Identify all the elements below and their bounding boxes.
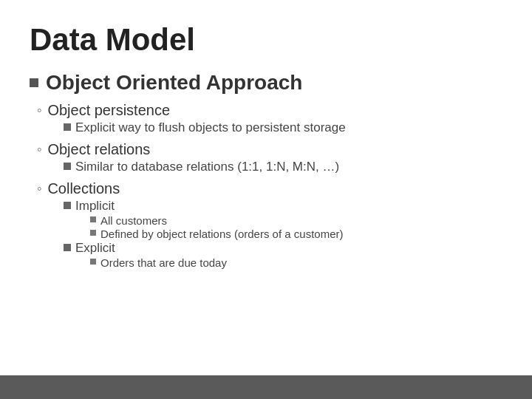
list-item: ◦ Object relations: [37, 141, 502, 158]
square-bullet-icon: [64, 202, 71, 209]
item-label: Object relations: [47, 141, 150, 158]
item-detail: Explicit: [75, 241, 115, 256]
content-area: ◦ Object persistence Explicit way to flu…: [30, 102, 502, 269]
list-item: All customers: [37, 214, 502, 227]
item-detail: Defined by object relations (orders of a…: [100, 228, 343, 240]
list-item: Similar to database relations (1:1, 1:N,…: [37, 160, 502, 174]
slide-title: Data Model: [30, 22, 502, 58]
item-detail: Explicit way to flush objects to persist…: [75, 120, 346, 135]
list-item: Implicit: [37, 199, 502, 214]
item-detail: All customers: [100, 214, 167, 227]
item-detail: Implicit: [75, 199, 115, 214]
level3-bullet-icon: [90, 216, 96, 222]
square-bullet-icon: [64, 244, 71, 251]
list-item: ◦ Collections: [37, 180, 502, 197]
list-item: Orders that are due today: [37, 256, 502, 269]
item-label: Object persistence: [47, 102, 170, 119]
level3-bullet-icon: [90, 230, 96, 236]
square-bullet-icon: [64, 123, 71, 131]
item-detail: Orders that are due today: [100, 256, 227, 269]
bullet-icon: ◦: [37, 103, 41, 118]
bottom-bar: [0, 375, 532, 399]
section-heading: Object Oriented Approach: [30, 71, 502, 95]
list-item: Explicit: [37, 241, 502, 256]
list-item: Explicit way to flush objects to persist…: [37, 120, 502, 135]
bullet-icon: ◦: [37, 142, 41, 157]
section-bullet-icon: [30, 78, 38, 87]
item-detail: Similar to database relations (1:1, 1:N,…: [75, 160, 339, 174]
level3-bullet-icon: [90, 259, 96, 265]
list-item: ◦ Object persistence: [37, 102, 502, 119]
list-item: Defined by object relations (orders of a…: [37, 228, 502, 240]
square-bullet-icon: [64, 163, 71, 170]
bullet-icon: ◦: [37, 181, 41, 197]
section-heading-text: Object Oriented Approach: [46, 71, 302, 95]
item-label: Collections: [47, 180, 120, 197]
slide: Data Model Object Oriented Approach ◦ Ob…: [0, 0, 532, 399]
